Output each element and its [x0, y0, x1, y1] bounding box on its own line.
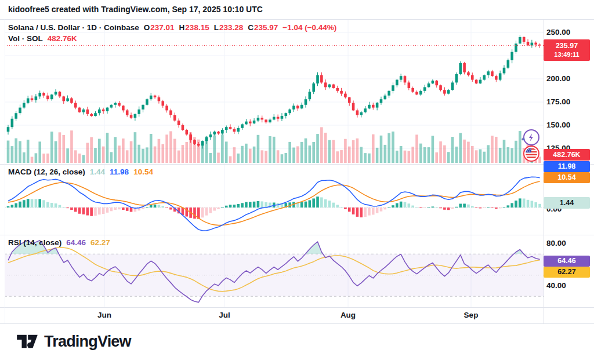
- volume-legend: Vol · SOL 482.76K: [8, 34, 77, 43]
- rsi-title[interactable]: RSI (14, close): [8, 238, 61, 247]
- rsi-tick-80: 80.00: [546, 239, 566, 247]
- price-tick-175: 175.00: [546, 98, 570, 106]
- low-value: L233.28: [214, 23, 244, 32]
- macd-line-value: 11.98: [110, 168, 129, 176]
- brand-name: TradingView: [44, 333, 131, 351]
- volume-value: 482.76K: [48, 34, 77, 43]
- price-tick-250: 250.00: [546, 28, 570, 37]
- last-price-badge: 235.97 13:49:11: [544, 39, 590, 61]
- macd-hist-value: 1.44: [90, 168, 105, 176]
- header-attribution: kidoofree5 created with TradingView.com,…: [8, 5, 263, 14]
- macd-line-badge: 11.98: [544, 161, 590, 172]
- volume-title[interactable]: Vol · SOL: [8, 34, 43, 43]
- rsi-ma-badge: 62.27: [544, 267, 590, 278]
- open-value: O237.01: [144, 23, 175, 32]
- price-tick-200: 200.00: [546, 75, 570, 83]
- symbol-legend: Solana / U.S. Dollar · 1D · Coinbase O23…: [8, 23, 336, 32]
- month-label-jul: Jul: [219, 311, 230, 319]
- macd-title[interactable]: MACD (12, 26, close): [8, 168, 85, 176]
- last-price-value: 235.97: [556, 42, 578, 50]
- us-flag-icon: [525, 147, 538, 160]
- bar-countdown: 13:49:11: [554, 52, 579, 58]
- rsi-tick-40: 40.00: [546, 282, 566, 290]
- sparkle-icon: ✦: [520, 136, 526, 143]
- macd-hist-badge: 1.44: [544, 197, 590, 209]
- tradingview-mark-icon: [16, 330, 38, 352]
- boost-icon[interactable]: ✦: [523, 129, 539, 145]
- high-value: H238.15: [179, 23, 209, 32]
- price-tick-150: 150.00: [546, 121, 570, 129]
- macd-legend: MACD (12, 26, close) 1.44 11.98 10.54: [8, 168, 153, 176]
- close-value: C235.97: [248, 23, 278, 32]
- chart-canvas[interactable]: [0, 0, 594, 364]
- rsi-line-value: 64.46: [66, 238, 86, 247]
- volume-badge: 482.76K: [544, 149, 590, 161]
- month-label-aug: Aug: [341, 311, 356, 319]
- macd-signal-value: 10.54: [133, 168, 153, 176]
- month-label-jun: Jun: [97, 311, 111, 319]
- brand-logo[interactable]: TradingView: [16, 330, 131, 352]
- change-value: −1.04 (−0.44%): [282, 23, 336, 32]
- macd-signal-badge: 10.54: [544, 172, 590, 183]
- country-flag-icon[interactable]: [523, 145, 539, 162]
- rsi-line-badge: 64.46: [544, 256, 590, 267]
- symbol-title[interactable]: Solana / U.S. Dollar · 1D · Coinbase: [8, 23, 139, 32]
- lightning-icon: [527, 133, 536, 142]
- rsi-ma-value: 62.27: [90, 238, 110, 247]
- month-label-sep: Sep: [464, 311, 479, 319]
- rsi-legend: RSI (14, close) 64.46 62.27: [8, 238, 110, 247]
